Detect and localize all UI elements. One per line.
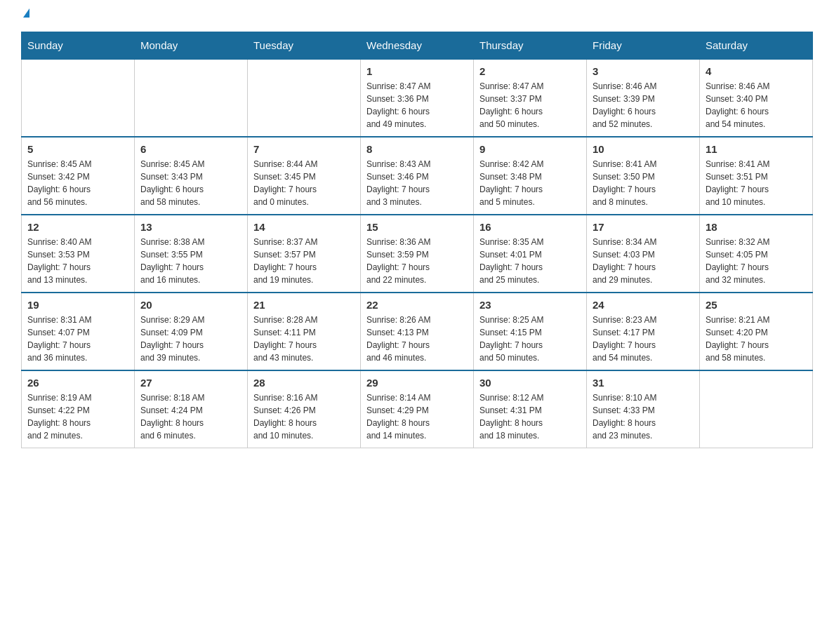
page-header — [21, 14, 813, 18]
calendar-cell: 30Sunrise: 8:12 AM Sunset: 4:31 PM Dayli… — [474, 370, 587, 448]
day-number: 11 — [706, 143, 807, 155]
day-info: Sunrise: 8:10 AM Sunset: 4:33 PM Dayligh… — [593, 391, 694, 442]
calendar-cell: 12Sunrise: 8:40 AM Sunset: 3:53 PM Dayli… — [22, 215, 135, 293]
calendar-cell: 7Sunrise: 8:44 AM Sunset: 3:45 PM Daylig… — [248, 137, 361, 215]
day-number: 7 — [253, 143, 355, 155]
day-info: Sunrise: 8:23 AM Sunset: 4:17 PM Dayligh… — [593, 314, 694, 364]
day-info: Sunrise: 8:42 AM Sunset: 3:48 PM Dayligh… — [479, 158, 581, 208]
weekday-header-monday: Monday — [135, 32, 248, 60]
weekday-header-wednesday: Wednesday — [361, 32, 474, 60]
day-info: Sunrise: 8:43 AM Sunset: 3:46 PM Dayligh… — [366, 158, 468, 208]
day-info: Sunrise: 8:44 AM Sunset: 3:45 PM Dayligh… — [253, 158, 355, 208]
day-number: 24 — [593, 299, 694, 311]
weekday-header-saturday: Saturday — [700, 32, 813, 60]
calendar-cell: 28Sunrise: 8:16 AM Sunset: 4:26 PM Dayli… — [248, 370, 361, 448]
calendar-cell: 4Sunrise: 8:46 AM Sunset: 3:40 PM Daylig… — [700, 59, 813, 137]
day-number: 18 — [706, 221, 807, 233]
weekday-header-thursday: Thursday — [474, 32, 587, 60]
calendar-cell: 10Sunrise: 8:41 AM Sunset: 3:50 PM Dayli… — [587, 137, 700, 215]
calendar-cell: 23Sunrise: 8:25 AM Sunset: 4:15 PM Dayli… — [474, 293, 587, 370]
day-number: 5 — [27, 143, 128, 155]
calendar-cell: 6Sunrise: 8:45 AM Sunset: 3:43 PM Daylig… — [135, 137, 248, 215]
weekday-header-sunday: Sunday — [22, 32, 135, 60]
day-number: 17 — [593, 221, 694, 233]
day-number: 8 — [366, 143, 468, 155]
day-info: Sunrise: 8:38 AM Sunset: 3:55 PM Dayligh… — [140, 236, 241, 286]
day-number: 9 — [479, 143, 581, 155]
calendar-cell: 20Sunrise: 8:29 AM Sunset: 4:09 PM Dayli… — [135, 293, 248, 370]
calendar-cell: 15Sunrise: 8:36 AM Sunset: 3:59 PM Dayli… — [361, 215, 474, 293]
day-info: Sunrise: 8:35 AM Sunset: 4:01 PM Dayligh… — [479, 236, 581, 286]
calendar-cell: 1Sunrise: 8:47 AM Sunset: 3:36 PM Daylig… — [361, 59, 474, 137]
calendar-cell: 11Sunrise: 8:41 AM Sunset: 3:51 PM Dayli… — [700, 137, 813, 215]
day-number: 22 — [366, 299, 468, 311]
day-info: Sunrise: 8:14 AM Sunset: 4:29 PM Dayligh… — [366, 391, 468, 442]
week-row-4: 19Sunrise: 8:31 AM Sunset: 4:07 PM Dayli… — [22, 293, 813, 370]
calendar-cell — [135, 59, 248, 137]
weekday-header-row: SundayMondayTuesdayWednesdayThursdayFrid… — [22, 32, 813, 60]
calendar-cell: 9Sunrise: 8:42 AM Sunset: 3:48 PM Daylig… — [474, 137, 587, 215]
day-number: 31 — [593, 377, 694, 389]
week-row-2: 5Sunrise: 8:45 AM Sunset: 3:42 PM Daylig… — [22, 137, 813, 215]
day-info: Sunrise: 8:16 AM Sunset: 4:26 PM Dayligh… — [253, 391, 355, 442]
calendar-cell: 8Sunrise: 8:43 AM Sunset: 3:46 PM Daylig… — [361, 137, 474, 215]
day-number: 26 — [27, 377, 128, 389]
day-number: 2 — [479, 65, 581, 77]
weekday-header-friday: Friday — [587, 32, 700, 60]
day-info: Sunrise: 8:45 AM Sunset: 3:42 PM Dayligh… — [27, 158, 128, 208]
day-number: 3 — [593, 65, 694, 77]
weekday-header-tuesday: Tuesday — [248, 32, 361, 60]
day-number: 28 — [253, 377, 355, 389]
day-info: Sunrise: 8:29 AM Sunset: 4:09 PM Dayligh… — [140, 314, 241, 364]
calendar-cell: 22Sunrise: 8:26 AM Sunset: 4:13 PM Dayli… — [361, 293, 474, 370]
calendar-cell: 26Sunrise: 8:19 AM Sunset: 4:22 PM Dayli… — [22, 370, 135, 448]
day-info: Sunrise: 8:36 AM Sunset: 3:59 PM Dayligh… — [366, 236, 468, 286]
day-number: 1 — [366, 65, 468, 77]
day-info: Sunrise: 8:32 AM Sunset: 4:05 PM Dayligh… — [706, 236, 807, 286]
day-info: Sunrise: 8:21 AM Sunset: 4:20 PM Dayligh… — [706, 314, 807, 364]
day-info: Sunrise: 8:47 AM Sunset: 3:37 PM Dayligh… — [479, 80, 581, 130]
calendar-table: SundayMondayTuesdayWednesdayThursdayFrid… — [21, 32, 813, 448]
day-number: 15 — [366, 221, 468, 233]
day-info: Sunrise: 8:31 AM Sunset: 4:07 PM Dayligh… — [27, 314, 128, 364]
calendar-cell: 27Sunrise: 8:18 AM Sunset: 4:24 PM Dayli… — [135, 370, 248, 448]
day-info: Sunrise: 8:25 AM Sunset: 4:15 PM Dayligh… — [479, 314, 581, 364]
calendar-cell: 16Sunrise: 8:35 AM Sunset: 4:01 PM Dayli… — [474, 215, 587, 293]
day-number: 25 — [706, 299, 807, 311]
calendar-cell: 21Sunrise: 8:28 AM Sunset: 4:11 PM Dayli… — [248, 293, 361, 370]
calendar-cell: 18Sunrise: 8:32 AM Sunset: 4:05 PM Dayli… — [700, 215, 813, 293]
day-info: Sunrise: 8:37 AM Sunset: 3:57 PM Dayligh… — [253, 236, 355, 286]
calendar-cell — [700, 370, 813, 448]
day-info: Sunrise: 8:34 AM Sunset: 4:03 PM Dayligh… — [593, 236, 694, 286]
day-number: 6 — [140, 143, 241, 155]
day-info: Sunrise: 8:46 AM Sunset: 3:39 PM Dayligh… — [593, 80, 694, 130]
day-number: 29 — [366, 377, 468, 389]
calendar-cell: 3Sunrise: 8:46 AM Sunset: 3:39 PM Daylig… — [587, 59, 700, 137]
logo — [21, 14, 29, 18]
day-info: Sunrise: 8:18 AM Sunset: 4:24 PM Dayligh… — [140, 391, 241, 442]
day-info: Sunrise: 8:28 AM Sunset: 4:11 PM Dayligh… — [253, 314, 355, 364]
day-info: Sunrise: 8:40 AM Sunset: 3:53 PM Dayligh… — [27, 236, 128, 286]
calendar-cell: 31Sunrise: 8:10 AM Sunset: 4:33 PM Dayli… — [587, 370, 700, 448]
day-number: 14 — [253, 221, 355, 233]
day-number: 19 — [27, 299, 128, 311]
week-row-1: 1Sunrise: 8:47 AM Sunset: 3:36 PM Daylig… — [22, 59, 813, 137]
day-info: Sunrise: 8:45 AM Sunset: 3:43 PM Dayligh… — [140, 158, 241, 208]
day-info: Sunrise: 8:41 AM Sunset: 3:51 PM Dayligh… — [706, 158, 807, 208]
day-info: Sunrise: 8:41 AM Sunset: 3:50 PM Dayligh… — [593, 158, 694, 208]
day-number: 27 — [140, 377, 241, 389]
day-info: Sunrise: 8:19 AM Sunset: 4:22 PM Dayligh… — [27, 391, 128, 442]
calendar-cell: 29Sunrise: 8:14 AM Sunset: 4:29 PM Dayli… — [361, 370, 474, 448]
calendar-cell: 13Sunrise: 8:38 AM Sunset: 3:55 PM Dayli… — [135, 215, 248, 293]
day-number: 13 — [140, 221, 241, 233]
calendar-cell: 2Sunrise: 8:47 AM Sunset: 3:37 PM Daylig… — [474, 59, 587, 137]
day-info: Sunrise: 8:12 AM Sunset: 4:31 PM Dayligh… — [479, 391, 581, 442]
day-number: 16 — [479, 221, 581, 233]
week-row-5: 26Sunrise: 8:19 AM Sunset: 4:22 PM Dayli… — [22, 370, 813, 448]
day-number: 20 — [140, 299, 241, 311]
day-info: Sunrise: 8:26 AM Sunset: 4:13 PM Dayligh… — [366, 314, 468, 364]
calendar-cell: 17Sunrise: 8:34 AM Sunset: 4:03 PM Dayli… — [587, 215, 700, 293]
calendar-cell: 19Sunrise: 8:31 AM Sunset: 4:07 PM Dayli… — [22, 293, 135, 370]
day-number: 23 — [479, 299, 581, 311]
day-number: 10 — [593, 143, 694, 155]
